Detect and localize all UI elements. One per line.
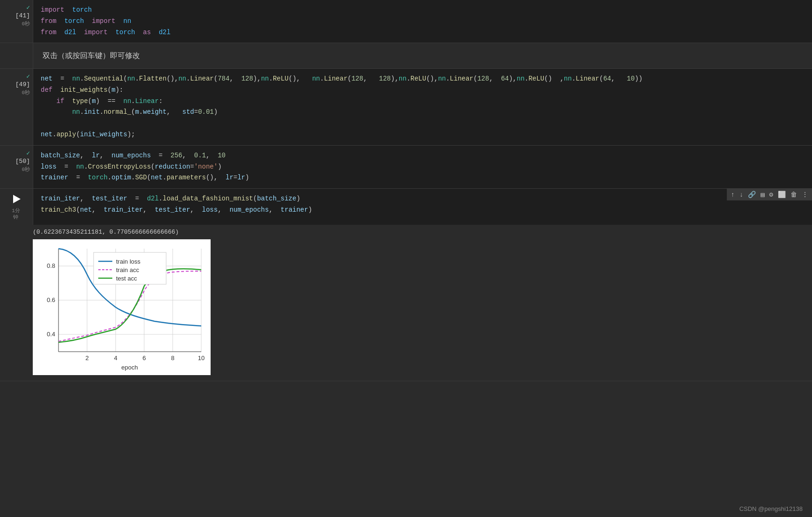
move-up-button[interactable]: ↑ bbox=[731, 191, 734, 199]
legend-train-acc: train acc bbox=[116, 266, 139, 273]
watermark: CSDN @pengshi12138 bbox=[739, 505, 803, 512]
cell-41-label: [41] bbox=[15, 12, 30, 19]
notebook: ✓ [41] 0秒 import torch from torch import… bbox=[0, 0, 812, 381]
cell-49-gutter: ✓ [49] 0秒 bbox=[0, 69, 33, 145]
svg-text:8: 8 bbox=[171, 355, 174, 362]
cell-49-timing: 0秒 bbox=[22, 89, 30, 96]
check-icon-49: ✓ bbox=[26, 73, 30, 80]
cell-41-code: import torch from torch import nn from d… bbox=[41, 5, 805, 38]
check-icon-50: ✓ bbox=[26, 149, 30, 157]
cell-toolbar: ↑ ↓ 🔗 ▤ ⚙ ⬜ 🗑 ⋮ bbox=[727, 189, 812, 200]
cell-50: ✓ [50] 0秒 batch_size, lr, num_epochs = 2… bbox=[0, 146, 812, 189]
cell-run-content[interactable]: train_iter, test_iter = d2l.load_data_fa… bbox=[33, 189, 812, 225]
chart-container: 0.4 0.6 0.8 2 4 6 8 10 epoch bbox=[33, 239, 211, 375]
cell-text[interactable]: 双击（或按回车键）即可修改 bbox=[0, 43, 812, 69]
svg-text:epoch: epoch bbox=[121, 364, 138, 371]
cell-50-timing: 0秒 bbox=[22, 166, 30, 173]
cell-50-content[interactable]: batch_size, lr, num_epochs = 256, 0.1, 1… bbox=[33, 146, 812, 188]
cell-41-content[interactable]: import torch from torch import nn from d… bbox=[33, 0, 812, 43]
cell-50-label: [50] bbox=[15, 158, 30, 165]
cell-41-gutter: ✓ [41] 0秒 bbox=[0, 0, 33, 43]
cell-50-code: batch_size, lr, num_epochs = 256, 0.1, 1… bbox=[41, 150, 805, 184]
cell-text-label: 双击（或按回车键）即可修改 bbox=[43, 52, 140, 59]
svg-text:6: 6 bbox=[142, 355, 146, 362]
delete-button[interactable]: 🗑 bbox=[790, 191, 797, 199]
chart-svg: 0.4 0.6 0.8 2 4 6 8 10 epoch bbox=[33, 239, 211, 375]
svg-text:2: 2 bbox=[85, 355, 88, 362]
move-down-button[interactable]: ↓ bbox=[739, 191, 743, 199]
check-icon-41: ✓ bbox=[26, 4, 30, 11]
cell-run-timing: 1分钟 bbox=[12, 207, 20, 221]
link-button[interactable]: 🔗 bbox=[748, 191, 756, 199]
svg-text:4: 4 bbox=[114, 355, 117, 362]
run-button[interactable] bbox=[10, 192, 23, 206]
cell-text-gutter bbox=[0, 43, 33, 68]
svg-text:0.8: 0.8 bbox=[47, 262, 55, 269]
cell-49-content[interactable]: net = nn.Sequential(nn.Flatten(),nn.Line… bbox=[33, 69, 812, 145]
cell-49: ✓ [49] 0秒 net = nn.Sequential(nn.Flatten… bbox=[0, 69, 812, 146]
cell-41-timing: 0秒 bbox=[22, 20, 30, 27]
output-text: (0.6223673435211181, 0.7705666666666666) bbox=[33, 229, 805, 236]
svg-text:0.4: 0.4 bbox=[47, 331, 55, 338]
cell-run-code: train_iter, test_iter = d2l.load_data_fa… bbox=[41, 193, 805, 216]
run-triangle-icon bbox=[13, 195, 21, 203]
cell-run: 1分钟 train_iter, test_iter = d2l.load_dat… bbox=[0, 189, 812, 225]
cell-text-content[interactable]: 双击（或按回车键）即可修改 bbox=[33, 43, 812, 68]
cell-49-label: [49] bbox=[15, 81, 30, 88]
cell-41: ✓ [41] 0秒 import torch from torch import… bbox=[0, 0, 812, 43]
cell-50-gutter: ✓ [50] 0秒 bbox=[0, 146, 33, 188]
cell-run-gutter: 1分钟 bbox=[0, 189, 33, 225]
svg-text:0.6: 0.6 bbox=[47, 296, 55, 303]
legend-test-acc: test acc bbox=[116, 275, 137, 282]
legend-train-loss: train loss bbox=[116, 258, 141, 265]
cell-49-code: net = nn.Sequential(nn.Flatten(),nn.Line… bbox=[41, 74, 805, 140]
svg-text:10: 10 bbox=[198, 355, 205, 362]
more-button[interactable]: ⋮ bbox=[802, 191, 808, 199]
output-area: (0.6223673435211181, 0.7705666666666666) bbox=[0, 225, 812, 381]
format-button[interactable]: ▤ bbox=[761, 191, 764, 199]
settings-button[interactable]: ⚙ bbox=[769, 191, 773, 199]
expand-button[interactable]: ⬜ bbox=[778, 191, 786, 199]
